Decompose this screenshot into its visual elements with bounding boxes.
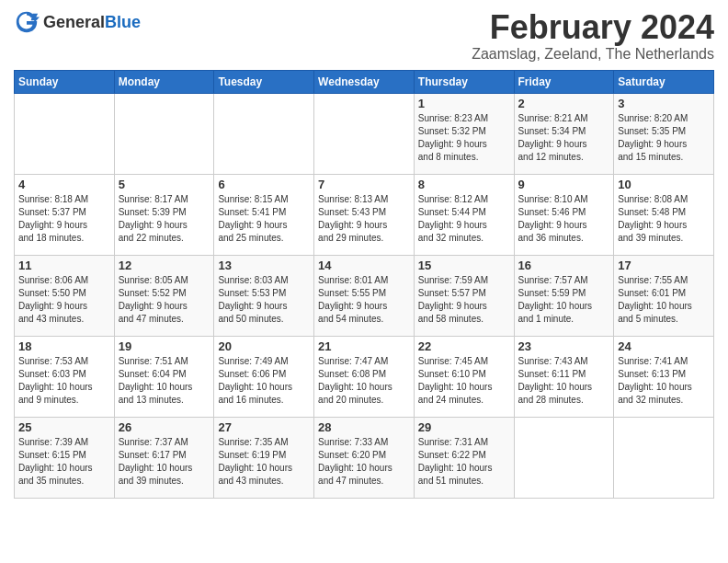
calendar-cell: 3Sunrise: 8:20 AMSunset: 5:35 PMDaylight…: [614, 93, 714, 174]
day-info: Sunrise: 8:15 AMSunset: 5:41 PMDaylight:…: [218, 193, 310, 245]
header-tuesday: Tuesday: [214, 70, 314, 93]
day-info: Sunrise: 7:31 AMSunset: 6:22 PMDaylight:…: [418, 436, 510, 488]
header-monday: Monday: [114, 70, 214, 93]
day-info: Sunrise: 7:45 AMSunset: 6:10 PMDaylight:…: [418, 355, 510, 407]
calendar-cell: 16Sunrise: 7:57 AMSunset: 5:59 PMDayligh…: [514, 255, 614, 336]
day-info: Sunrise: 7:33 AMSunset: 6:20 PMDaylight:…: [318, 436, 410, 488]
day-number: 22: [418, 339, 510, 353]
day-number: 9: [518, 178, 610, 191]
day-info: Sunrise: 7:57 AMSunset: 5:59 PMDaylight:…: [518, 274, 610, 326]
calendar-header-row: Sunday Monday Tuesday Wednesday Thursday…: [15, 70, 714, 93]
calendar-cell: [514, 417, 614, 498]
day-number: 23: [518, 339, 610, 353]
day-info: Sunrise: 8:17 AMSunset: 5:39 PMDaylight:…: [119, 193, 210, 245]
day-info: Sunrise: 7:59 AMSunset: 5:57 PMDaylight:…: [418, 274, 510, 326]
calendar-cell: [114, 93, 214, 174]
day-number: 18: [18, 339, 110, 353]
logo: GeneralBlue: [14, 9, 141, 35]
day-info: Sunrise: 8:06 AMSunset: 5:50 PMDaylight:…: [18, 274, 110, 326]
calendar-week-1: 1Sunrise: 8:23 AMSunset: 5:32 PMDaylight…: [15, 93, 714, 174]
calendar-cell: [15, 93, 115, 174]
calendar-cell: 5Sunrise: 8:17 AMSunset: 5:39 PMDaylight…: [114, 174, 214, 255]
day-number: 19: [119, 339, 210, 353]
day-info: Sunrise: 8:23 AMSunset: 5:32 PMDaylight:…: [418, 112, 510, 164]
day-info: Sunrise: 8:10 AMSunset: 5:46 PMDaylight:…: [518, 193, 610, 245]
day-number: 7: [318, 178, 410, 191]
day-info: Sunrise: 7:47 AMSunset: 6:08 PMDaylight:…: [318, 355, 410, 407]
calendar-cell: 24Sunrise: 7:41 AMSunset: 6:13 PMDayligh…: [614, 336, 714, 417]
day-number: 20: [218, 339, 310, 353]
calendar-cell: 2Sunrise: 8:21 AMSunset: 5:34 PMDaylight…: [514, 93, 614, 174]
calendar-cell: 25Sunrise: 7:39 AMSunset: 6:15 PMDayligh…: [15, 417, 115, 498]
day-number: 29: [418, 420, 510, 434]
calendar-cell: 4Sunrise: 8:18 AMSunset: 5:37 PMDaylight…: [15, 174, 115, 255]
day-number: 10: [618, 178, 710, 191]
day-info: Sunrise: 8:05 AMSunset: 5:52 PMDaylight:…: [119, 274, 210, 326]
calendar-cell: 17Sunrise: 7:55 AMSunset: 6:01 PMDayligh…: [614, 255, 714, 336]
day-info: Sunrise: 7:49 AMSunset: 6:06 PMDaylight:…: [218, 355, 310, 407]
calendar-cell: [614, 417, 714, 498]
day-number: 6: [218, 178, 310, 191]
calendar-week-4: 18Sunrise: 7:53 AMSunset: 6:03 PMDayligh…: [15, 336, 714, 417]
day-number: 21: [318, 339, 410, 353]
day-number: 28: [318, 420, 410, 434]
day-number: 13: [218, 259, 310, 272]
calendar-cell: 10Sunrise: 8:08 AMSunset: 5:48 PMDayligh…: [614, 174, 714, 255]
location-title: Zaamslag, Zeeland, The Netherlands: [472, 46, 714, 63]
logo-blue: Blue: [105, 13, 141, 31]
title-area: February 2024 Zaamslag, Zeeland, The Net…: [472, 9, 714, 63]
calendar-cell: 1Sunrise: 8:23 AMSunset: 5:32 PMDaylight…: [414, 93, 514, 174]
calendar-cell: 29Sunrise: 7:31 AMSunset: 6:22 PMDayligh…: [414, 417, 514, 498]
page-header: GeneralBlue February 2024 Zaamslag, Zeel…: [14, 9, 714, 63]
day-number: 4: [18, 178, 110, 191]
calendar-cell: 12Sunrise: 8:05 AMSunset: 5:52 PMDayligh…: [114, 255, 214, 336]
day-info: Sunrise: 7:37 AMSunset: 6:17 PMDaylight:…: [119, 436, 210, 488]
day-info: Sunrise: 8:03 AMSunset: 5:53 PMDaylight:…: [218, 274, 310, 326]
calendar-week-2: 4Sunrise: 8:18 AMSunset: 5:37 PMDaylight…: [15, 174, 714, 255]
day-number: 26: [119, 420, 210, 434]
calendar-cell: 28Sunrise: 7:33 AMSunset: 6:20 PMDayligh…: [314, 417, 415, 498]
day-number: 14: [318, 259, 410, 272]
day-info: Sunrise: 8:12 AMSunset: 5:44 PMDaylight:…: [418, 193, 510, 245]
calendar-table: Sunday Monday Tuesday Wednesday Thursday…: [14, 70, 714, 499]
day-info: Sunrise: 7:39 AMSunset: 6:15 PMDaylight:…: [18, 436, 110, 488]
calendar-cell: 19Sunrise: 7:51 AMSunset: 6:04 PMDayligh…: [114, 336, 214, 417]
calendar-cell: [214, 93, 314, 174]
header-sunday: Sunday: [15, 70, 115, 93]
calendar-cell: 13Sunrise: 8:03 AMSunset: 5:53 PMDayligh…: [214, 255, 314, 336]
calendar-cell: 20Sunrise: 7:49 AMSunset: 6:06 PMDayligh…: [214, 336, 314, 417]
day-info: Sunrise: 8:21 AMSunset: 5:34 PMDaylight:…: [518, 112, 610, 164]
day-number: 1: [418, 97, 510, 110]
day-number: 15: [418, 259, 510, 272]
calendar-cell: 23Sunrise: 7:43 AMSunset: 6:11 PMDayligh…: [514, 336, 614, 417]
calendar-cell: 21Sunrise: 7:47 AMSunset: 6:08 PMDayligh…: [314, 336, 415, 417]
header-friday: Friday: [514, 70, 614, 93]
month-title: February 2024: [472, 9, 714, 46]
calendar-cell: 11Sunrise: 8:06 AMSunset: 5:50 PMDayligh…: [15, 255, 115, 336]
calendar-week-5: 25Sunrise: 7:39 AMSunset: 6:15 PMDayligh…: [15, 417, 714, 498]
calendar-cell: 7Sunrise: 8:13 AMSunset: 5:43 PMDaylight…: [314, 174, 415, 255]
logo-icon: [14, 9, 40, 35]
day-number: 2: [518, 97, 610, 110]
day-number: 3: [618, 97, 710, 110]
day-number: 17: [618, 259, 710, 272]
day-info: Sunrise: 8:20 AMSunset: 5:35 PMDaylight:…: [618, 112, 710, 164]
day-info: Sunrise: 8:18 AMSunset: 5:37 PMDaylight:…: [18, 193, 110, 245]
day-info: Sunrise: 7:41 AMSunset: 6:13 PMDaylight:…: [618, 355, 710, 407]
day-info: Sunrise: 7:55 AMSunset: 6:01 PMDaylight:…: [618, 274, 710, 326]
calendar-cell: 8Sunrise: 8:12 AMSunset: 5:44 PMDaylight…: [414, 174, 514, 255]
calendar-cell: 14Sunrise: 8:01 AMSunset: 5:55 PMDayligh…: [314, 255, 415, 336]
day-number: 27: [218, 420, 310, 434]
day-number: 12: [119, 259, 210, 272]
day-info: Sunrise: 8:01 AMSunset: 5:55 PMDaylight:…: [318, 274, 410, 326]
calendar-cell: 15Sunrise: 7:59 AMSunset: 5:57 PMDayligh…: [414, 255, 514, 336]
calendar-cell: 9Sunrise: 8:10 AMSunset: 5:46 PMDaylight…: [514, 174, 614, 255]
header-thursday: Thursday: [414, 70, 514, 93]
header-wednesday: Wednesday: [314, 70, 415, 93]
day-info: Sunrise: 7:53 AMSunset: 6:03 PMDaylight:…: [18, 355, 110, 407]
day-info: Sunrise: 8:13 AMSunset: 5:43 PMDaylight:…: [318, 193, 410, 245]
calendar-cell: 6Sunrise: 8:15 AMSunset: 5:41 PMDaylight…: [214, 174, 314, 255]
calendar-cell: [314, 93, 415, 174]
day-info: Sunrise: 7:51 AMSunset: 6:04 PMDaylight:…: [119, 355, 210, 407]
day-number: 8: [418, 178, 510, 191]
